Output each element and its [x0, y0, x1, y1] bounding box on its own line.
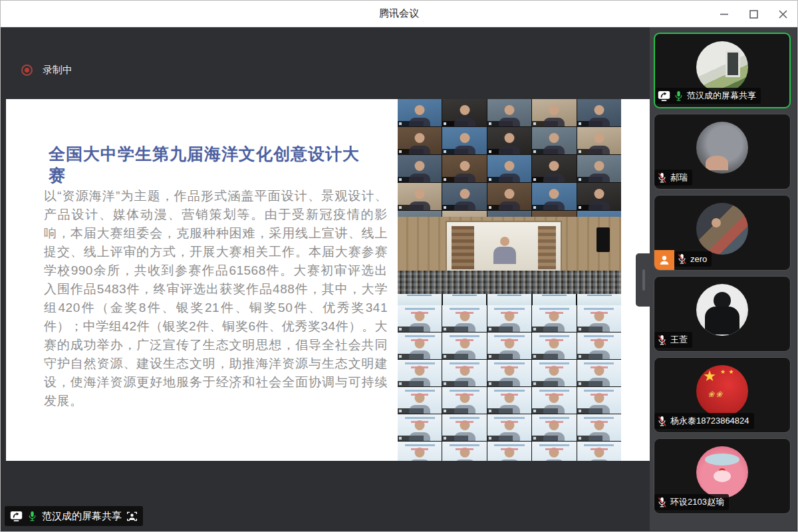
wall-video-tile: [532, 99, 576, 126]
wall-video-tile: [442, 183, 486, 210]
slide-title: 全国大中学生第九届海洋文化创意设计大赛: [49, 143, 368, 186]
wall-video-tile: [577, 305, 621, 332]
audience: [398, 271, 621, 294]
recording-dot-icon: [21, 65, 33, 76]
photo-avatar: [696, 203, 748, 255]
recording-label: 录制中: [43, 64, 72, 76]
screen-share-icon: [658, 90, 670, 101]
wall-video-tile: [532, 360, 576, 386]
wall-video-tile: [442, 414, 486, 441]
screen-share-icon: [10, 511, 23, 521]
wall-video-tile: [577, 414, 621, 441]
participants-sidebar: 范汉成的屏幕共享 郝瑞 zero 王萱 ★★ ★❀❀ 杨永泰1872386482…: [650, 27, 797, 531]
speaker-figure: [500, 237, 509, 246]
participant-name: 范汉成的屏幕共享: [687, 90, 756, 102]
participant-name: 王萱: [670, 334, 688, 346]
person-frame-icon[interactable]: [126, 511, 138, 521]
sil-avatar: [696, 284, 748, 336]
wall-video-tile: [442, 99, 486, 126]
meeting-stage: 录制中 全国大中学生第九届海洋文化创意设计大赛 以“资源海洋”为主题，作品形式涵…: [1, 27, 650, 531]
titlebar: 腾讯会议: [1, 1, 797, 27]
wall-video-tile: [577, 387, 621, 414]
wall-video-tile: [398, 211, 442, 217]
wall-video-tile: [398, 183, 442, 210]
wall-video-tile: [398, 99, 442, 126]
flag-star-icon: ★: [703, 369, 716, 384]
video-wall-bottom-grid: [398, 305, 621, 461]
wall-video-tile: [532, 211, 576, 217]
recording-indicator[interactable]: 录制中: [21, 64, 72, 76]
wall-video-tile: [442, 211, 486, 217]
wall-video-tile: [398, 387, 442, 414]
wall-video-tile: [487, 332, 531, 359]
plush-avatar: [696, 446, 748, 498]
wall-video-tile: [442, 127, 486, 154]
wall-video-tile: [532, 442, 576, 461]
projection-screen: [447, 222, 561, 273]
participant-name: 郝瑞: [670, 172, 688, 184]
wall-video-tile: [577, 211, 621, 217]
wall-video-tile: [442, 360, 486, 386]
flag-avatar: ★★ ★❀❀: [696, 365, 748, 417]
wall-video-tile: [577, 99, 621, 126]
video-wall-top-grid: [398, 99, 621, 217]
self-share-bar[interactable]: 范汉成的屏幕共享: [5, 506, 143, 526]
wall-video-tile: [577, 127, 621, 154]
minimize-button[interactable]: [718, 7, 731, 21]
wall-video-tile: [487, 305, 531, 332]
self-share-label: 范汉成的屏幕共享: [42, 510, 122, 523]
cat-avatar: [696, 122, 748, 174]
wall-video-tile: [398, 155, 442, 182]
wall-video-tile: [442, 155, 486, 182]
window-title: 腾讯会议: [379, 7, 419, 20]
wall-video-tile: [532, 183, 576, 210]
wall-video-tile: [487, 99, 531, 126]
wall-video-tile: [577, 442, 621, 461]
participant-tile[interactable]: 王萱: [654, 276, 791, 352]
mic-muted-icon: [657, 416, 667, 427]
mic-muted-icon: [657, 172, 667, 184]
close-button[interactable]: [776, 7, 789, 21]
wall-video-tile: [442, 332, 486, 359]
wall-video-tile: [398, 360, 442, 386]
wall-video-tile: [577, 155, 621, 182]
wall-video-tile: [532, 127, 576, 154]
video-wall: [398, 99, 621, 461]
wall-video-tile: [577, 332, 621, 359]
wall-video-tile: [398, 332, 442, 359]
wall-video-tile: [487, 183, 531, 210]
participant-tile[interactable]: zero: [654, 195, 791, 271]
wall-video-tile: [487, 414, 531, 441]
mic-muted-icon: [677, 253, 687, 265]
maximize-button[interactable]: [747, 7, 760, 21]
participant-tile[interactable]: 郝瑞: [654, 114, 791, 190]
sidebar-splitter-handle[interactable]: [636, 253, 650, 307]
wall-video-tile: [577, 183, 621, 210]
house-avatar: [696, 41, 748, 93]
wall-video-tile: [532, 305, 576, 332]
participant-tile[interactable]: 环设2103赵瑜: [654, 438, 791, 514]
host-badge-icon: [654, 250, 674, 270]
participant-name: 杨永泰18723864824: [670, 415, 749, 427]
participant-tile[interactable]: 范汉成的屏幕共享: [654, 33, 791, 108]
wall-video-tile: [487, 387, 531, 414]
photo-bottom-tiles: [398, 294, 621, 305]
wall-video-tile: [487, 211, 531, 217]
wall-video-tile: [532, 414, 576, 441]
wall-video-tile: [442, 305, 486, 332]
participant-name: zero: [690, 254, 707, 264]
mic-on-icon: [27, 511, 37, 522]
wall-video-tile: [398, 414, 442, 441]
mic-muted-icon: [657, 497, 667, 508]
slide-body: 以“资源海洋”为主题，作品形式涵盖平面设计、景观设计、产品设计、媒体动漫、营销策…: [44, 187, 388, 410]
wall-video-tile: [487, 360, 531, 386]
wall-video-tile: [442, 387, 486, 414]
participant-tile[interactable]: ★★ ★❀❀ 杨永泰18723864824: [654, 357, 791, 433]
wall-video-tile: [442, 442, 486, 461]
wall-video-tile: [487, 127, 531, 154]
wall-video-tile: [532, 332, 576, 359]
wall-video-tile: [398, 127, 442, 154]
mic-muted-icon: [657, 334, 667, 346]
wall-video-tile: [532, 155, 576, 182]
wall-video-tile: [487, 442, 531, 461]
